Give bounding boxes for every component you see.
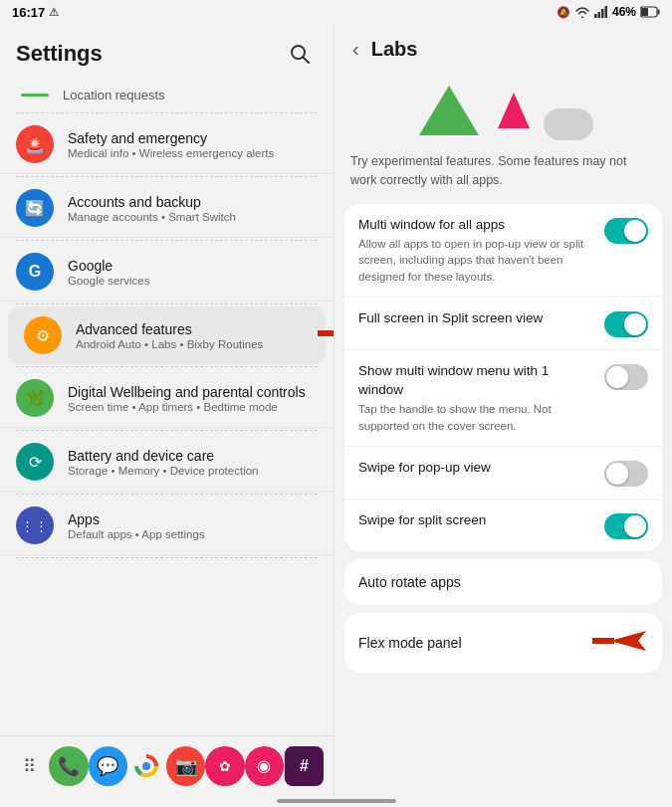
multi-window-menu-toggle[interactable] [604, 364, 648, 390]
settings-item-apps[interactable]: ⋮⋮ Apps Default apps • App settings [0, 497, 334, 555]
safety-title: Safety and emergency [68, 130, 318, 146]
multi-window-toggle-thumb [624, 220, 646, 242]
setting-multi-window[interactable]: Multi window for all apps Allow all apps… [344, 204, 662, 298]
divider-advanced [16, 303, 318, 304]
signal-icon [594, 6, 608, 18]
labs-settings-card: Multi window for all apps Allow all apps… [344, 204, 662, 551]
apps-title: Apps [68, 511, 318, 527]
divider-google [16, 240, 318, 241]
svg-rect-16 [592, 638, 614, 644]
accounts-title: Accounts and backup [68, 194, 318, 210]
wifi-icon [574, 6, 590, 18]
google-icon: G [16, 253, 54, 291]
multi-window-menu-text: Show multi window menu with 1 window Tap… [358, 362, 596, 434]
mute-icon: 🔕 [557, 6, 570, 19]
settings-item-battery[interactable]: ⟳ Battery and device care Storage • Memo… [0, 433, 334, 492]
triangle-icon [496, 91, 532, 132]
full-screen-split-toggle[interactable] [604, 311, 648, 337]
svg-rect-5 [658, 10, 660, 15]
auto-rotate-title: Auto rotate apps [358, 574, 461, 590]
red-arrow-advanced [318, 317, 334, 353]
battery-icon [640, 6, 660, 18]
battery-title: Battery and device care [68, 448, 318, 464]
apps-icon: ⋮⋮ [16, 506, 54, 544]
labs-preview [335, 69, 672, 148]
alert-icon: ⚠ [49, 6, 59, 19]
nav-bixby[interactable]: ✿ [205, 746, 244, 786]
advanced-icon: ⚙ [24, 316, 62, 354]
settings-item-advanced[interactable]: ⚙ Advanced features Android Auto • Labs … [8, 306, 326, 364]
nav-messages[interactable]: 💬 [89, 746, 127, 786]
google-text: Google Google services [68, 258, 318, 287]
setting-full-screen-split[interactable]: Full screen in Split screen view [344, 298, 662, 350]
settings-item-safety[interactable]: 🚨 Safety and emergency Medical info • Wi… [0, 115, 334, 174]
preview-mountain [414, 81, 484, 144]
search-button[interactable] [282, 36, 318, 72]
mountain-icon [414, 81, 484, 140]
svg-marker-15 [610, 631, 646, 651]
settings-item-google[interactable]: G Google Google services [0, 243, 334, 302]
home-indicator [0, 795, 672, 807]
full-screen-split-toggle-thumb [624, 313, 646, 335]
labs-title: Labs [371, 38, 418, 61]
swipe-popup-toggle[interactable] [604, 461, 648, 487]
nav-store[interactable]: ◉ [245, 746, 284, 786]
swipe-split-text: Swipe for split screen [358, 511, 596, 530]
nav-phone[interactable]: 📞 [49, 746, 88, 786]
multi-window-title: Multi window for all apps [358, 216, 596, 235]
accounts-subtitle: Manage accounts • Smart Switch [68, 211, 318, 223]
nav-camera[interactable]: 📷 [166, 746, 205, 786]
settings-list: Location requests 🚨 Safety and emergency… [0, 80, 334, 735]
location-text: Location requests [63, 88, 165, 102]
nav-chrome[interactable] [127, 746, 166, 786]
divider-battery [16, 430, 318, 431]
divider-accounts [16, 176, 318, 177]
battery-text: 46% [612, 5, 636, 19]
location-item[interactable]: Location requests [0, 80, 334, 110]
google-subtitle: Google services [68, 275, 318, 287]
nav-apps-grid[interactable]: ⠿ [10, 746, 49, 786]
svg-line-8 [304, 58, 310, 64]
full-screen-split-title: Full screen in Split screen view [358, 309, 596, 328]
swipe-popup-text: Swipe for pop-up view [358, 459, 596, 478]
nav-slack[interactable]: # [285, 746, 324, 786]
safety-text: Safety and emergency Medical info • Wire… [68, 130, 318, 159]
safety-subtitle: Medical info • Wireless emergency alerts [68, 147, 318, 159]
battery-subtitle: Storage • Memory • Device protection [68, 465, 318, 477]
status-bar: 16:17 ⚠ 🔕 46% [0, 0, 672, 24]
right-panel: ‹ Labs Try experimental features. Some [334, 24, 672, 795]
setting-multi-window-menu[interactable]: Show multi window menu with 1 window Tap… [344, 350, 662, 447]
swipe-split-toggle[interactable] [604, 513, 648, 539]
flex-mode-title: Flex mode panel [358, 635, 462, 651]
setting-swipe-split[interactable]: Swipe for split screen [344, 500, 662, 551]
wellbeing-subtitle: Screen time • App timers • Bedtime mode [68, 401, 318, 413]
multi-window-menu-toggle-thumb [606, 366, 628, 388]
search-icon [289, 43, 311, 65]
full-screen-split-text: Full screen in Split screen view [358, 309, 596, 328]
settings-item-accounts[interactable]: 🔄 Accounts and backup Manage accounts • … [0, 179, 334, 238]
setting-swipe-popup[interactable]: Swipe for pop-up view [344, 447, 662, 500]
svg-rect-3 [604, 6, 607, 18]
settings-header: Settings [0, 24, 334, 80]
apps-text: Apps Default apps • App settings [68, 511, 318, 540]
status-right: 🔕 46% [557, 5, 660, 19]
setting-auto-rotate[interactable]: Auto rotate apps [344, 559, 662, 605]
accounts-text: Accounts and backup Manage accounts • Sm… [68, 194, 318, 223]
red-arrow-flex [592, 627, 648, 659]
multi-window-toggle[interactable] [604, 218, 648, 244]
multi-window-menu-subtitle: Tap the handle to show the menu. Not sup… [358, 401, 596, 433]
multi-window-menu-title: Show multi window menu with 1 window [358, 362, 596, 400]
back-button[interactable]: ‹ [346, 36, 365, 63]
home-bar [277, 799, 396, 803]
google-title: Google [68, 258, 318, 274]
setting-flex-mode[interactable]: Flex mode panel [344, 613, 662, 673]
battery-text-container: Battery and device care Storage • Memory… [68, 448, 318, 477]
wellbeing-title: Digital Wellbeing and parental controls [68, 384, 318, 400]
svg-rect-1 [597, 12, 600, 18]
svg-marker-14 [498, 93, 530, 128]
settings-item-wellbeing[interactable]: 🌿 Digital Wellbeing and parental control… [0, 369, 334, 428]
accounts-icon: 🔄 [16, 189, 54, 227]
svg-point-12 [142, 762, 150, 770]
svg-rect-0 [594, 14, 597, 18]
toggle-preview-icon [544, 108, 593, 140]
